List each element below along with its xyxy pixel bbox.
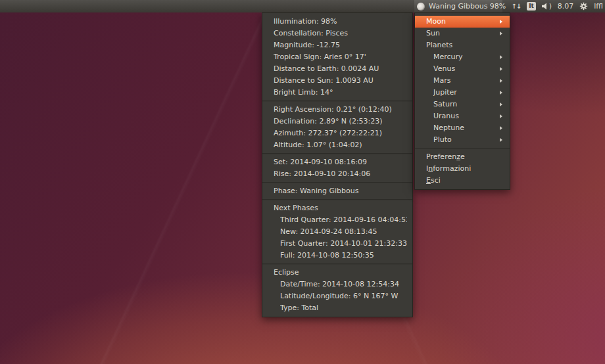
label-text: Preferen	[426, 152, 456, 161]
menu-item-venus[interactable]: Venus	[415, 63, 510, 75]
menu-separator	[262, 153, 412, 154]
menu-item-preferences[interactable]: Preferenze	[415, 151, 510, 163]
menu-item-next-phases-header[interactable]: Next Phases	[262, 202, 412, 214]
submenu-arrow-icon	[500, 91, 502, 95]
submenu-arrow-icon	[500, 138, 502, 142]
menu-item-planets[interactable]: Planets	[415, 39, 510, 51]
menu-item-new-moon[interactable]: New: 2014-09-24 08:13:45	[262, 226, 412, 238]
moon-details-submenu: Illumination: 98% Constellation: Pisces …	[262, 12, 413, 317]
menu-item-mars[interactable]: Mars	[415, 75, 510, 87]
menu-item-pluto[interactable]: Pluto	[415, 134, 510, 146]
menu-item-eclipse-latlong[interactable]: Latitude/Longitude: 6° N 167° W	[262, 290, 412, 302]
menu-separator	[262, 101, 412, 102]
label-text: e	[460, 152, 465, 161]
submenu-arrow-icon	[500, 126, 502, 130]
mnemonic-letter: E	[426, 176, 431, 185]
submenu-arrow-icon	[500, 32, 502, 35]
menu-item-third-quarter[interactable]: Third Quarter: 2014-09-16 04:04:53	[262, 214, 412, 226]
menu-separator	[262, 182, 412, 183]
submenu-arrow-icon	[500, 102, 502, 106]
label-text: formazioni	[433, 164, 471, 173]
volume-icon[interactable]: )	[542, 3, 552, 10]
menu-item-first-quarter[interactable]: First Quarter: 2014-10-01 21:32:33	[262, 238, 412, 250]
menu-item-rise[interactable]: Rise: 2014-09-10 20:14:06	[262, 168, 412, 180]
menu-item-altitude[interactable]: Altitude: 1.07° (1:04:02)	[262, 139, 412, 151]
menu-item-quit[interactable]: Esci	[415, 175, 510, 187]
keyboard-layout-indicator[interactable]: It	[527, 2, 536, 11]
menu-item-saturn[interactable]: Saturn	[415, 99, 510, 110]
submenu-arrow-icon	[500, 79, 502, 83]
menu-item-jupiter[interactable]: Jupiter	[415, 87, 510, 99]
label-text: sci	[431, 176, 441, 185]
menu-item-uranus[interactable]: Uranus	[415, 110, 510, 122]
moon-phase-indicator[interactable]: Waning Gibbous 98%	[414, 0, 502, 12]
moon-indicator-label: Waning Gibbous 98%	[429, 2, 506, 11]
menu-separator	[262, 199, 412, 200]
menu-item-declination[interactable]: Declination: 2.89° N (2:53:23)	[262, 116, 412, 127]
menu-separator	[262, 263, 412, 265]
menu-item-azimuth[interactable]: Azimuth: 272.37° (272:22:21)	[262, 127, 412, 139]
username-label[interactable]: lffl	[594, 2, 603, 11]
menu-item-phase[interactable]: Phase: Waning Gibbous	[262, 185, 412, 197]
submenu-arrow-icon	[500, 67, 502, 71]
submenu-arrow-icon	[500, 114, 502, 118]
menu-item-constellation[interactable]: Constellation: Pisces	[262, 28, 412, 39]
menu-item-magnitude[interactable]: Magnitude: -12.75	[262, 39, 412, 51]
volume-wave-icon: )	[549, 3, 552, 10]
submenu-arrow-icon	[500, 55, 502, 59]
menu-item-distance-earth[interactable]: Distance to Earth: 0.0024 AU	[262, 63, 412, 75]
top-panel: Waning Gibbous 98% ↑↓ It ) 8.07	[0, 0, 605, 12]
menu-item-tropical-sign[interactable]: Tropical Sign: Aries 0° 17'	[262, 51, 412, 63]
menu-item-illumination[interactable]: Illumination: 98%	[262, 16, 412, 28]
menu-item-eclipse-header[interactable]: Eclipse	[262, 267, 412, 279]
network-sync-arrows-icon[interactable]: ↑↓	[511, 3, 521, 10]
menu-item-mercury[interactable]: Mercury	[415, 51, 510, 63]
session-gear-icon[interactable]	[579, 2, 588, 11]
menu-item-right-ascension[interactable]: Right Ascension: 0.21° (0:12:40)	[262, 104, 412, 116]
submenu-arrow-icon	[500, 20, 502, 24]
menu-separator	[415, 148, 510, 149]
menu-item-sun[interactable]: Sun	[415, 28, 510, 39]
indicator-main-menu: Moon Sun Planets Mercury Venus Mars Jupi…	[414, 12, 510, 190]
menu-item-full-moon[interactable]: Full: 2014-10-08 12:50:35	[262, 250, 412, 262]
menu-item-moon[interactable]: Moon	[415, 16, 510, 28]
panel-indicator-area: ↑↓ It ) 8.07 lffl	[511, 0, 603, 12]
clock[interactable]: 8.07	[558, 2, 574, 11]
menu-item-eclipse-type[interactable]: Type: Total	[262, 302, 412, 314]
moon-phase-icon	[417, 3, 425, 11]
menu-item-neptune[interactable]: Neptune	[415, 122, 510, 134]
menu-item-about[interactable]: Informazioni	[415, 163, 510, 175]
menu-item-bright-limb[interactable]: Bright Limb: 14°	[262, 87, 412, 99]
menu-item-distance-sun[interactable]: Distance to Sun: 1.0093 AU	[262, 75, 412, 87]
speaker-icon	[542, 3, 548, 10]
menu-item-eclipse-datetime[interactable]: Date/Time: 2014-10-08 12:54:34	[262, 279, 412, 290]
menu-item-set[interactable]: Set: 2014-09-10 08:16:09	[262, 156, 412, 168]
